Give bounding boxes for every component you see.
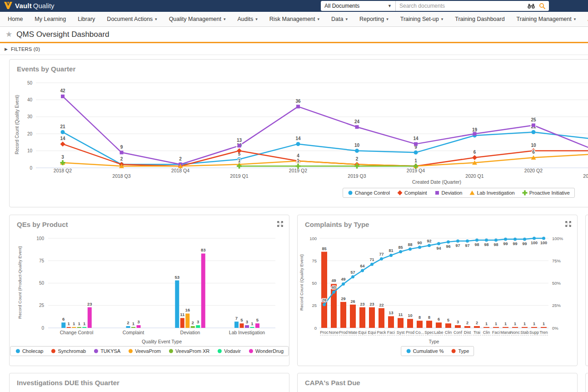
svg-text:1: 1 <box>514 322 516 326</box>
svg-text:53: 53 <box>174 275 179 280</box>
filters-bar[interactable]: ▶ FILTERS (0) <box>0 43 588 55</box>
svg-text:42: 42 <box>60 88 65 93</box>
svg-text:Conf: Conf <box>453 330 463 335</box>
chart-title: Complaints by Type <box>305 221 369 228</box>
svg-text:49: 49 <box>331 278 336 283</box>
global-search: All Documents ▼ <box>321 1 549 11</box>
legend-item-lab-investigation[interactable]: Lab Investigation <box>469 190 514 196</box>
chevron-down-icon: ▾ <box>318 17 320 21</box>
svg-text:7: 7 <box>235 316 238 321</box>
nav-item-quality-management[interactable]: Quality Management▾ <box>163 12 232 26</box>
circle-marker-icon <box>217 348 222 354</box>
legend-item-deviation[interactable]: Deviation <box>434 190 463 196</box>
nav-item-risk-management[interactable]: Risk Management▾ <box>264 12 325 26</box>
nav-item-training-dashboard[interactable]: Training Dashboard <box>449 12 510 26</box>
favorite-star-icon[interactable]: ★ <box>5 30 12 39</box>
nav-item-training-set-up[interactable]: Training Set-up▾ <box>394 12 449 26</box>
search-scope-selector[interactable]: All Documents ▼ <box>321 1 395 11</box>
svg-text:26: 26 <box>322 298 326 302</box>
svg-text:50%: 50% <box>552 281 561 286</box>
svg-text:0: 0 <box>30 166 32 171</box>
qes-by-product-chart: 0255075100Record Count (Product-Quality … <box>10 229 282 346</box>
events-by-quarter-chart: 01020304050Record Count (Quality Event)2… <box>10 73 588 186</box>
legend-item-veevaprom-xr[interactable]: VeevaProm XR <box>168 348 209 354</box>
svg-text:19: 19 <box>472 127 478 132</box>
nav-item-document-actions[interactable]: Document Actions▾ <box>101 12 163 26</box>
svg-text:2018 Q4: 2018 Q4 <box>171 168 189 173</box>
svg-text:9: 9 <box>120 145 123 150</box>
chevron-down-icon: ▾ <box>224 17 226 21</box>
svg-text:22: 22 <box>379 303 384 307</box>
primary-nav: HomeMy LearningLibraryDocument Actions▾Q… <box>0 12 588 27</box>
nav-item-reporting[interactable]: Reporting▾ <box>354 12 394 26</box>
svg-text:1: 1 <box>504 322 507 326</box>
nav-item-home[interactable]: Home <box>2 12 29 26</box>
search-icon[interactable] <box>539 3 545 9</box>
svg-text:6: 6 <box>62 317 65 322</box>
legend-item-cumulative-[interactable]: Cumulative % <box>406 348 444 354</box>
svg-text:2020 Q1: 2020 Q1 <box>465 173 483 179</box>
legend-item-veevaprom[interactable]: VeevaProm <box>128 348 161 354</box>
legend-label: WonderDrug <box>255 348 284 354</box>
legend-item-synchromab[interactable]: Synchromab <box>50 348 86 354</box>
svg-text:Mana: Mana <box>500 330 511 335</box>
svg-text:6: 6 <box>473 150 476 155</box>
search-input[interactable] <box>396 3 527 9</box>
page-title: QMS Oversight Dashboard <box>16 30 109 39</box>
svg-text:36: 36 <box>295 99 301 104</box>
svg-text:5: 5 <box>447 318 449 322</box>
legend-item-type[interactable]: Type <box>451 348 469 354</box>
svg-text:97: 97 <box>465 243 469 248</box>
triangle-marker-icon <box>469 190 475 196</box>
legend-label: Lab Investigation <box>477 190 514 196</box>
legend-label: Vodavir <box>224 348 241 354</box>
svg-text:100: 100 <box>36 236 44 241</box>
svg-text:3: 3 <box>137 319 140 324</box>
vault-logo[interactable]: Vault Quality <box>4 1 55 10</box>
svg-text:Prod: Prod <box>339 330 348 335</box>
complaints-by-type-chart: 00%2525%5050%7575%100100%Record Count (Q… <box>298 229 570 346</box>
pareto-chart-legend: Cumulative %Type <box>401 346 474 356</box>
legend-label: Cholecap <box>22 348 43 354</box>
legend-item-vodavir[interactable]: Vodavir <box>217 348 241 354</box>
svg-text:77: 77 <box>379 252 384 256</box>
nav-item-audits[interactable]: Audits▾ <box>232 12 264 26</box>
circle-marker-icon <box>248 348 254 354</box>
legend-label: VeevaProm XR <box>175 348 209 354</box>
legend-item-complaint[interactable]: Complaint <box>397 190 427 196</box>
svg-text:0%: 0% <box>552 326 558 331</box>
legend-item-change-control[interactable]: Change Control <box>348 190 390 196</box>
legend-label: Cumulative % <box>413 348 444 354</box>
svg-text:71: 71 <box>369 257 374 262</box>
expand-icon[interactable] <box>277 221 284 227</box>
svg-text:14: 14 <box>60 136 65 141</box>
svg-text:Record Count (Quality Event): Record Count (Quality Event) <box>299 254 304 311</box>
legend-item-wonderdrug[interactable]: WonderDrug <box>248 348 284 354</box>
binoculars-icon[interactable] <box>527 3 535 9</box>
nav-item-my-learning[interactable]: My Learning <box>29 12 72 26</box>
svg-text:2019 Q3: 2019 Q3 <box>348 173 366 179</box>
svg-text:Trai: Trai <box>473 330 480 335</box>
svg-text:2: 2 <box>120 156 123 161</box>
svg-text:1: 1 <box>68 321 70 326</box>
nav-item-data[interactable]: Data▾ <box>325 12 354 26</box>
svg-text:Type: Type <box>429 339 439 344</box>
svg-text:50: 50 <box>312 281 317 286</box>
legend-item-tukysa[interactable]: TUKYSA <box>93 348 120 354</box>
legend-item-proactive-initiative[interactable]: Proactive Initiative <box>522 190 570 196</box>
svg-text:Labe: Labe <box>434 330 443 335</box>
expand-icon[interactable] <box>565 221 572 227</box>
svg-text:10: 10 <box>27 148 33 153</box>
nav-item-library[interactable]: Library <box>72 12 101 26</box>
svg-text:64: 64 <box>360 264 364 268</box>
svg-text:2019 Q2: 2019 Q2 <box>289 168 307 173</box>
nav-item-archive[interactable]: Archive <box>582 12 588 26</box>
svg-text:4: 4 <box>297 153 299 158</box>
svg-text:25: 25 <box>531 117 536 122</box>
nav-item-training-management[interactable]: Training Management▾ <box>511 12 582 26</box>
svg-text:Mate: Mate <box>348 330 357 335</box>
svg-text:5: 5 <box>240 317 243 322</box>
svg-text:Nonc: Nonc <box>510 330 520 335</box>
circle-marker-icon <box>348 190 353 196</box>
legend-item-cholecap[interactable]: Cholecap <box>15 348 43 354</box>
